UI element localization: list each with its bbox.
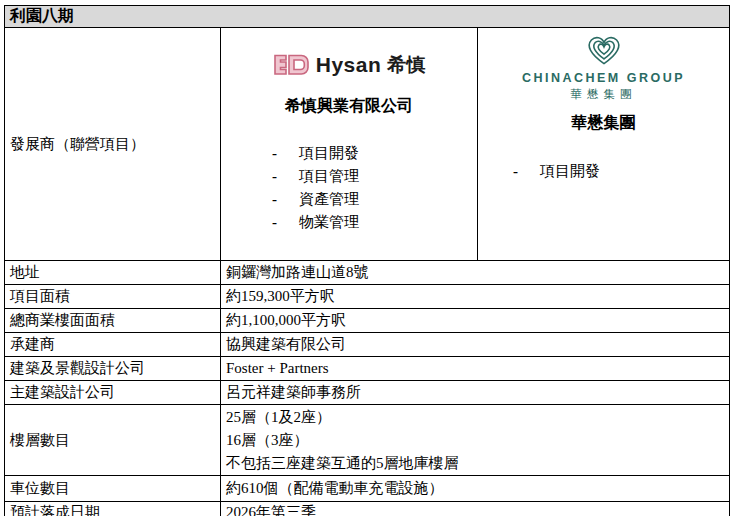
row-value: 約1,100,000平方呎 <box>221 309 730 333</box>
hysan-logo-cjk: 希慎 <box>387 52 425 78</box>
row-label: 樓層數目 <box>5 405 221 476</box>
developer-row-label: 發展商（聯營項目） <box>5 28 221 261</box>
chinachem-logo: CHINACHEM GROUP 華懋集團 <box>483 32 724 102</box>
table-row-completion: 預計落成日期 2026年第三季 <box>5 502 730 516</box>
list-item: - 項目開發 <box>226 142 472 165</box>
hysan-logo-wordmark: Hysan <box>316 53 382 77</box>
table-row-floors: 樓層數目 25層（1及2座） 16層（3座） 不包括三座建築互通的5層地庫樓層 <box>5 405 730 476</box>
hysan-logo: Hysan 希慎 <box>226 51 472 79</box>
dash-bullet: - <box>272 165 299 188</box>
chinachem-role: 項目開發 <box>540 160 600 183</box>
table-row-gross-floor-area: 總商業樓面面積 約1,100,000平方呎 <box>5 309 730 333</box>
row-value: Foster + Partners <box>221 357 730 381</box>
chinachem-heart-icon <box>583 32 625 68</box>
table-row-site-area: 項目面積 約159,300平方呎 <box>5 285 730 309</box>
dash-bullet: - <box>272 188 299 211</box>
floors-line: 不包括三座建築互通的5層地庫樓層 <box>226 452 724 475</box>
table-row-design-firm: 建築及景觀設計公司 Foster + Partners <box>5 357 730 381</box>
floors-line: 16層（3座） <box>226 429 724 452</box>
hysan-role: 物業管理 <box>299 211 359 234</box>
table-row-lead-architect: 主建築設計公司 呂元祥建築師事務所 <box>5 381 730 405</box>
hysan-role: 資產管理 <box>299 188 359 211</box>
row-value: 2026年第三季 <box>221 502 730 516</box>
row-value: 約159,300平方呎 <box>221 285 730 309</box>
row-value: 銅鑼灣加路連山道8號 <box>221 261 730 285</box>
row-value: 約610個（配備電動車充電設施） <box>221 476 730 502</box>
chinachem-logo-cjk: 華懋集團 <box>571 87 637 102</box>
hysan-role: 項目管理 <box>299 165 359 188</box>
dash-bullet: - <box>272 142 299 165</box>
chinachem-company-name: 華懋集團 <box>483 113 724 134</box>
developer-cell-chinachem: CHINACHEM GROUP 華懋集團 華懋集團 - 項目開發 <box>478 28 730 261</box>
row-label: 建築及景觀設計公司 <box>5 357 221 381</box>
dash-bullet: - <box>513 160 540 183</box>
hysan-logo-icon <box>273 51 310 79</box>
table-row-developer: 發展商（聯營項目） Hysan 希慎 希慎興業有限公司 <box>5 28 730 261</box>
row-value: 協興建築有限公司 <box>221 333 730 357</box>
row-label: 地址 <box>5 261 221 285</box>
floors-line: 25層（1及2座） <box>226 406 724 429</box>
list-item: - 物業管理 <box>226 211 472 234</box>
table-row-parking: 車位數目 約610個（配備電動車充電設施） <box>5 476 730 502</box>
list-item: - 項目開發 <box>483 160 724 183</box>
row-label: 主建築設計公司 <box>5 381 221 405</box>
row-label: 車位數目 <box>5 476 221 502</box>
hysan-role-list: - 項目開發 - 項目管理 - 資產管理 - 物 <box>226 142 472 234</box>
hysan-role: 項目開發 <box>299 142 359 165</box>
chinachem-role-list: - 項目開發 <box>483 160 724 183</box>
list-item: - 資產管理 <box>226 188 472 211</box>
table-row-contractor: 承建商 協興建築有限公司 <box>5 333 730 357</box>
developer-cell-hysan: Hysan 希慎 希慎興業有限公司 - 項目開發 - 項目管理 <box>221 28 478 261</box>
row-label: 總商業樓面面積 <box>5 309 221 333</box>
document-page: 利園八期 發展商（聯營項目） Hysan 希慎 <box>0 0 732 516</box>
hysan-company-name: 希慎興業有限公司 <box>226 96 472 117</box>
table-row-title: 利園八期 <box>5 6 730 28</box>
row-value-multiline: 25層（1及2座） 16層（3座） 不包括三座建築互通的5層地庫樓層 <box>221 405 730 476</box>
project-spec-table: 利園八期 發展商（聯營項目） Hysan 希慎 <box>4 5 730 516</box>
chinachem-logo-wordmark: CHINACHEM GROUP <box>522 71 685 85</box>
row-label: 預計落成日期 <box>5 502 221 516</box>
project-title: 利園八期 <box>5 6 730 28</box>
list-item: - 項目管理 <box>226 165 472 188</box>
row-value: 呂元祥建築師事務所 <box>221 381 730 405</box>
row-label: 承建商 <box>5 333 221 357</box>
dash-bullet: - <box>272 211 299 234</box>
row-label: 項目面積 <box>5 285 221 309</box>
table-row-address: 地址 銅鑼灣加路連山道8號 <box>5 261 730 285</box>
